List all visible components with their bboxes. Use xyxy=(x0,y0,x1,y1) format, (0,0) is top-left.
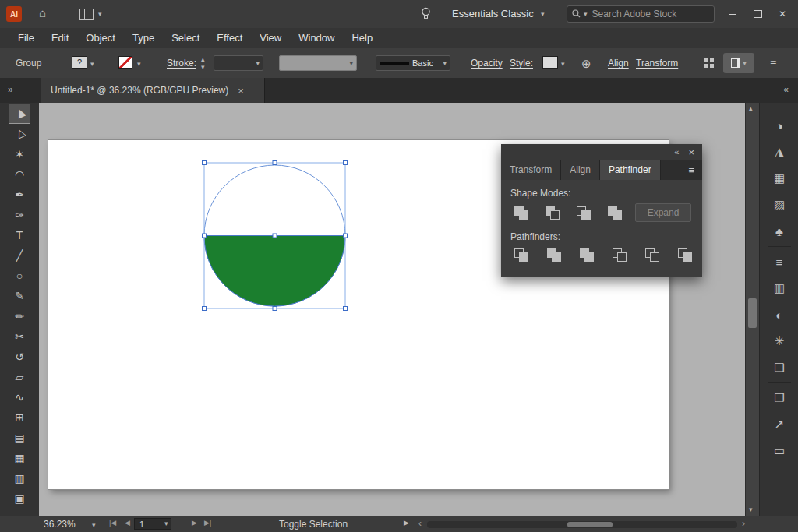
artboard-number-input[interactable] xyxy=(135,519,164,530)
handle-top-center[interactable] xyxy=(273,161,277,165)
tab-pathfinder[interactable]: Pathfinder xyxy=(600,160,661,180)
previous-artboard-icon[interactable]: ◀ xyxy=(125,519,130,527)
zoom-level[interactable]: 36.23% xyxy=(44,519,76,530)
divide-button[interactable] xyxy=(512,247,532,264)
swatches-panel-icon[interactable]: ▦ xyxy=(760,165,798,192)
menu-type[interactable]: Type xyxy=(124,32,163,44)
tool-direct-selection[interactable]: ▷ xyxy=(9,125,30,143)
intersect-button[interactable] xyxy=(574,205,595,222)
stepper-down-icon[interactable]: ▾ xyxy=(201,64,205,71)
menu-view[interactable]: View xyxy=(251,32,290,44)
menu-effect[interactable]: Effect xyxy=(208,32,251,44)
stroke-weight-stepper[interactable]: ▴ ▾ xyxy=(201,56,205,71)
handle-bottom-left[interactable] xyxy=(203,307,207,311)
adobe-stock-search[interactable]: ▾ xyxy=(567,5,715,23)
tool-lasso[interactable]: ◠ xyxy=(9,165,30,184)
style-swatch[interactable] xyxy=(542,56,558,69)
scroll-down-icon[interactable]: ▾ xyxy=(749,506,753,513)
tab-align[interactable]: Align xyxy=(561,160,600,180)
vertical-scrollbar-thumb[interactable] xyxy=(748,298,757,328)
brush-combo-chevron-icon[interactable]: ▾ xyxy=(443,60,447,67)
tool-type[interactable]: T xyxy=(9,226,30,245)
artboard-number-chevron-icon[interactable]: ▾ xyxy=(164,520,168,527)
workspace-switcher-chevron-icon[interactable]: ▾ xyxy=(98,11,102,18)
handle-top-right[interactable] xyxy=(344,161,348,165)
dock-toggle-button[interactable]: ▾ xyxy=(723,53,754,73)
arrange-documents-icon[interactable] xyxy=(704,58,714,68)
artboard-number-field[interactable]: ▾ xyxy=(134,518,171,530)
tool-scissors[interactable]: ✂ xyxy=(9,327,30,346)
fill-chevron-icon[interactable]: ▾ xyxy=(90,61,94,68)
scroll-up-icon[interactable]: ▴ xyxy=(749,105,753,112)
menu-window[interactable]: Window xyxy=(290,32,343,44)
handle-bottom-center[interactable] xyxy=(273,307,277,311)
handle-middle-left[interactable] xyxy=(203,234,207,238)
tool-pen[interactable]: ✒ xyxy=(9,185,30,204)
collapse-dock-icon[interactable]: « xyxy=(783,84,789,95)
color-panel-icon[interactable]: ◑ xyxy=(760,112,798,139)
appearance-panel-icon[interactable]: ✳ xyxy=(760,328,798,354)
maximize-button[interactable] xyxy=(746,0,769,28)
zoom-chevron-icon[interactable]: ▾ xyxy=(92,522,96,529)
expand-left-panel-icon[interactable]: » xyxy=(8,84,13,95)
tool-gradient[interactable]: ▤ xyxy=(9,428,30,447)
search-input[interactable] xyxy=(591,8,695,20)
tool-selection[interactable]: ▶ xyxy=(9,104,30,123)
stroke-chevron-icon[interactable]: ▾ xyxy=(137,61,141,68)
document-setup-globe-icon[interactable]: ⊕ xyxy=(581,57,591,71)
transparency-panel-icon[interactable]: ◐ xyxy=(760,301,798,328)
tool-ellipse[interactable]: ○ xyxy=(9,266,30,285)
status-text[interactable]: Toggle Selection xyxy=(279,519,348,530)
symbols-panel-icon[interactable]: ♣ xyxy=(760,218,798,245)
stroke-weight-combobox[interactable]: ▾ xyxy=(214,55,263,71)
tool-line-segment[interactable]: ╱ xyxy=(9,246,30,265)
tool-pencil[interactable]: ✏ xyxy=(9,307,30,326)
layers-panel-icon[interactable]: ❐ xyxy=(760,385,798,411)
style-chevron-icon[interactable]: ▾ xyxy=(561,61,565,68)
tool-artboard[interactable]: ▣ xyxy=(9,489,30,508)
minus-back-button[interactable] xyxy=(676,247,696,264)
dock-toggle-chevron-icon[interactable]: ▾ xyxy=(743,60,747,67)
stroke-panel-icon[interactable]: ≡ xyxy=(760,248,798,275)
opacity-link[interactable]: Opacity xyxy=(471,58,503,69)
graphic-styles-panel-icon[interactable]: ❏ xyxy=(760,354,798,381)
discover-lightbulb-icon[interactable] xyxy=(421,7,431,23)
workspace-switcher-icon[interactable] xyxy=(79,9,94,20)
tool-width[interactable]: ∿ xyxy=(9,388,30,407)
stroke-weight-link[interactable]: Stroke: xyxy=(167,58,196,69)
menu-edit[interactable]: Edit xyxy=(43,32,77,44)
color-guide-panel-icon[interactable]: ◮ xyxy=(760,139,798,165)
next-artboard-icon[interactable]: ▶ xyxy=(192,519,197,527)
asset-export-panel-icon[interactable]: ↗ xyxy=(760,411,798,438)
menu-select[interactable]: Select xyxy=(163,32,208,44)
tool-column-graph[interactable]: ▥ xyxy=(9,469,30,488)
menu-object[interactable]: Object xyxy=(77,32,124,44)
tool-curvature[interactable]: ✑ xyxy=(9,206,30,224)
stroke-color-swatch[interactable] xyxy=(118,56,132,69)
vertical-scrollbar[interactable]: ▴ ▾ xyxy=(745,103,759,516)
artboards-panel-icon[interactable]: ▭ xyxy=(760,438,798,464)
stepper-up-icon[interactable]: ▴ xyxy=(201,56,205,63)
search-scope-chevron-icon[interactable]: ▾ xyxy=(584,11,588,18)
trim-button[interactable] xyxy=(545,247,565,264)
tab-transform[interactable]: Transform xyxy=(501,160,561,180)
control-bar-menu-icon[interactable]: ≡ xyxy=(770,57,776,69)
handle-top-left[interactable] xyxy=(203,161,207,165)
workspace-label[interactable]: Essentials Classic xyxy=(452,8,534,19)
panel-close-icon[interactable]: × xyxy=(688,146,694,158)
transform-link[interactable]: Transform xyxy=(636,58,678,69)
align-link[interactable]: Align xyxy=(608,58,629,69)
minus-front-button[interactable] xyxy=(543,205,563,222)
status-play-icon[interactable]: ▶ xyxy=(404,519,409,527)
crop-button[interactable] xyxy=(610,247,630,264)
panel-collapse-icon[interactable]: « xyxy=(674,147,679,157)
unite-button[interactable] xyxy=(512,205,532,222)
scroll-left-icon[interactable]: ‹ xyxy=(418,518,422,529)
style-label[interactable]: Style: xyxy=(510,58,533,69)
stroke-weight-combo-chevron-icon[interactable]: ▾ xyxy=(256,60,260,67)
tool-mesh[interactable]: ▦ xyxy=(9,449,30,467)
handle-center[interactable] xyxy=(273,234,277,238)
first-artboard-icon[interactable]: |◀ xyxy=(109,519,116,527)
horizontal-scrollbar[interactable] xyxy=(427,521,737,528)
home-icon[interactable]: ⌂ xyxy=(39,6,46,19)
